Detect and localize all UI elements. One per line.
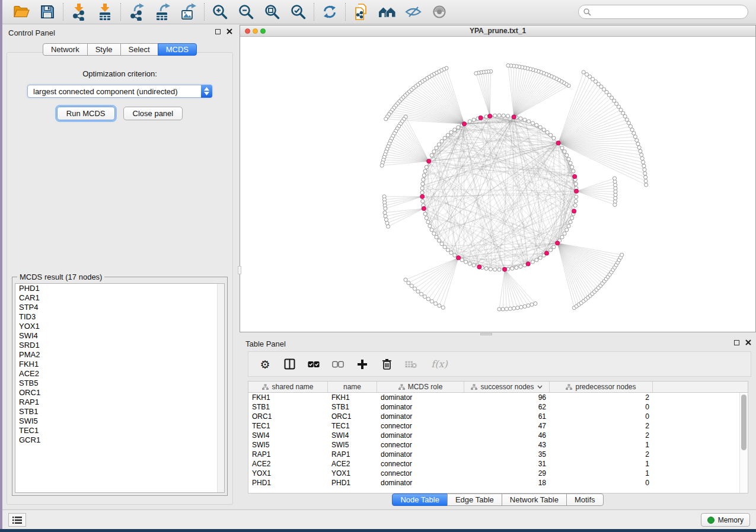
table-cell[interactable]: dominator: [377, 393, 464, 402]
close-panel-button[interactable]: Close panel: [123, 107, 183, 120]
list-item[interactable]: RAP1: [15, 398, 224, 407]
table-scrollbar[interactable]: [739, 393, 748, 493]
select-all-icon[interactable]: [308, 358, 320, 370]
table-cell[interactable]: SWI4: [248, 431, 328, 440]
zoom-selected-icon[interactable]: [289, 3, 307, 21]
table-cell[interactable]: 35: [464, 450, 550, 459]
table-cell[interactable]: 31: [464, 459, 550, 469]
tab-motifs[interactable]: Motifs: [566, 493, 604, 506]
hide-panel-eye-icon[interactable]: [404, 3, 422, 21]
list-item[interactable]: FKH1: [15, 360, 224, 369]
table-row[interactable]: STB1STB1dominator620: [248, 402, 739, 412]
open-session-icon[interactable]: [12, 3, 30, 21]
table-cell[interactable]: 2: [550, 393, 653, 402]
table-cell[interactable]: SWI4: [328, 431, 377, 440]
table-row[interactable]: RAP1RAP1dominator352: [248, 450, 739, 459]
column-header-mcds-role[interactable]: MCDS role: [377, 382, 464, 392]
add-column-icon[interactable]: [356, 358, 368, 370]
list-item[interactable]: SRD1: [15, 341, 224, 350]
save-session-icon[interactable]: [39, 3, 56, 21]
show-panel-eye-icon[interactable]: [430, 3, 448, 21]
table-cell[interactable]: YOX1: [328, 469, 377, 478]
table-cell[interactable]: 62: [464, 402, 550, 412]
table-cell[interactable]: TEC1: [328, 421, 377, 431]
table-cell[interactable]: 2: [550, 431, 653, 440]
zoom-fit-icon[interactable]: [263, 3, 281, 21]
table-cell[interactable]: dominator: [377, 412, 464, 421]
tab-network-table[interactable]: Network Table: [502, 493, 567, 506]
list-item[interactable]: GCR1: [15, 435, 224, 445]
mcds-result-list[interactable]: PHD1CAR1STP4TID3YOX1SWI4SRD1PMA2FKH1ACE2…: [15, 283, 225, 493]
table-cell[interactable]: dominator: [377, 450, 464, 459]
close-table-panel-icon[interactable]: [745, 339, 751, 345]
table-row[interactable]: YOX1YOX1connector291: [248, 469, 739, 478]
table-cell[interactable]: 1: [550, 469, 653, 478]
float-table-panel-icon[interactable]: [734, 340, 739, 345]
sample-sessions-icon[interactable]: [378, 3, 396, 21]
export-table-icon[interactable]: [154, 3, 171, 21]
task-history-button[interactable]: [8, 513, 26, 527]
table-cell[interactable]: ACE2: [328, 459, 377, 469]
tab-network[interactable]: Network: [43, 43, 88, 56]
table-row[interactable]: FKH1FKH1dominator962: [248, 393, 739, 402]
table-cell[interactable]: 1: [550, 459, 653, 469]
table-cell[interactable]: 18: [464, 478, 550, 488]
network-canvas[interactable]: [240, 37, 755, 332]
table-cell[interactable]: 2: [550, 421, 653, 431]
tab-node-table[interactable]: Node Table: [392, 493, 448, 506]
zoom-out-icon[interactable]: [237, 3, 255, 21]
table-row[interactable]: TEC1TEC1connector472: [248, 421, 739, 431]
criterion-select[interactable]: largest connected component (undirected): [27, 85, 212, 98]
tab-style[interactable]: Style: [87, 43, 121, 56]
search-box[interactable]: [578, 5, 748, 19]
close-panel-icon[interactable]: [227, 28, 232, 34]
list-item[interactable]: PMA2: [15, 350, 224, 360]
table-cell[interactable]: 1: [550, 440, 653, 450]
list-item[interactable]: PHD1: [15, 284, 224, 293]
network-window-titlebar[interactable]: YPA_prune.txt_1: [240, 25, 755, 37]
list-item[interactable]: STB5: [15, 379, 224, 388]
zoom-in-icon[interactable]: [211, 3, 229, 21]
tab-mcds[interactable]: MCDS: [158, 43, 197, 56]
table-row[interactable]: SWI4SWI4dominator462: [248, 431, 739, 440]
tab-edge-table[interactable]: Edge Table: [447, 493, 502, 506]
table-cell[interactable]: connector: [377, 440, 464, 450]
table-cell[interactable]: ORC1: [248, 412, 328, 421]
import-network-icon[interactable]: [70, 3, 88, 21]
table-cell[interactable]: connector: [377, 469, 464, 478]
delete-columns-trash-icon[interactable]: [381, 358, 393, 370]
table-cell[interactable]: SWI5: [328, 440, 377, 450]
table-row[interactable]: PHD1PHD1dominator180: [248, 478, 739, 488]
table-cell[interactable]: PHD1: [328, 478, 377, 488]
table-cell[interactable]: 96: [464, 393, 550, 402]
list-item[interactable]: STP4: [15, 303, 224, 312]
table-cell[interactable]: PHD1: [248, 478, 328, 488]
table-cell[interactable]: RAP1: [248, 450, 328, 459]
table-settings-gear-icon[interactable]: ⚙: [259, 358, 271, 370]
table-row[interactable]: ACE2ACE2connector311: [248, 459, 739, 469]
column-header-name[interactable]: name: [328, 382, 377, 392]
vertical-splitter-handle[interactable]: [238, 266, 241, 274]
table-cell[interactable]: 43: [464, 440, 550, 450]
run-mcds-button[interactable]: Run MCDS: [57, 107, 115, 120]
table-cell[interactable]: 0: [550, 402, 653, 412]
table-row[interactable]: SWI5SWI5connector431: [248, 440, 739, 450]
list-item[interactable]: YOX1: [15, 322, 224, 331]
table-cell[interactable]: 29: [464, 469, 550, 478]
table-scrollbar-thumb[interactable]: [741, 395, 747, 450]
list-item[interactable]: TEC1: [15, 426, 224, 435]
table-cell[interactable]: ORC1: [328, 412, 377, 421]
table-cell[interactable]: STB1: [328, 402, 377, 412]
table-cell[interactable]: 0: [550, 478, 653, 488]
memory-button[interactable]: Memory: [701, 513, 750, 527]
column-header-successor-nodes[interactable]: successor nodes: [464, 382, 550, 392]
table-cell[interactable]: RAP1: [328, 450, 377, 459]
table-cell[interactable]: STB1: [248, 402, 328, 412]
list-item[interactable]: ORC1: [15, 388, 224, 398]
export-network-icon[interactable]: [127, 3, 145, 21]
list-item[interactable]: TID3: [15, 312, 224, 322]
table-cell[interactable]: FKH1: [328, 393, 377, 402]
table-cell[interactable]: 46: [464, 431, 550, 440]
column-header-predecessor-nodes[interactable]: predecessor nodes: [550, 382, 653, 392]
list-item[interactable]: SWI4: [15, 331, 224, 341]
